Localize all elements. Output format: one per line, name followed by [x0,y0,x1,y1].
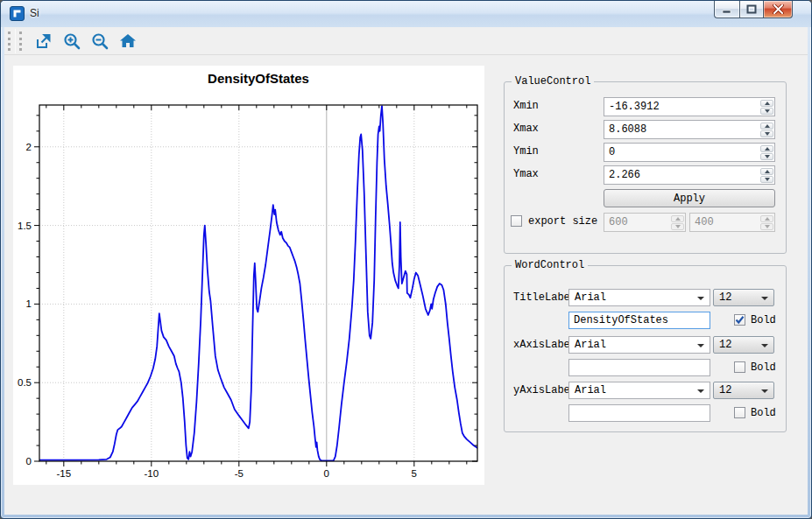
export-width-input[interactable] [604,214,670,231]
xmax-input[interactable] [604,121,759,138]
xmin-input[interactable] [604,98,759,116]
xaxis-font-combobox[interactable]: Arial [568,336,710,354]
plot-canvas[interactable]: -15-10-50500.511.52DensityOfStates [13,66,484,485]
value-control-group: ValueControl Xmin Xmax Ymin Ymax Appl [504,81,787,254]
ymax-input[interactable] [604,166,759,184]
xmax-label: Xmax [513,123,539,135]
svg-text:0: 0 [26,456,32,466]
export-height-spinbox [689,213,775,232]
xaxis-text-input[interactable] [569,360,710,375]
title-text-field [568,312,710,329]
toolbar [4,27,808,55]
title-bold-label: Bold [751,314,776,326]
app-icon [10,6,25,21]
title-text-input[interactable] [569,312,710,328]
yaxis-label: yAxisLabel [513,384,576,396]
home-button[interactable] [117,30,139,53]
export-button[interactable] [32,30,55,53]
xaxis-bold-checkbox[interactable] [734,361,745,373]
export-width-up-arrow[interactable] [671,215,684,222]
export-width-down-arrow[interactable] [671,223,684,230]
yaxis-text-input[interactable] [569,405,710,421]
title-size-combobox[interactable]: 12 [713,289,774,306]
ymax-up-arrow[interactable] [760,168,773,175]
svg-text:0: 0 [324,468,329,479]
apply-button[interactable]: Apply [604,189,775,207]
yaxis-bold-checkbox[interactable] [734,407,745,418]
xmin-spinbox [604,97,775,116]
word-control-group: WordControl TitleLabel Arial 12 Bold xAx… [504,265,787,432]
export-height-input[interactable] [690,214,759,231]
title-label: TitleLabel [513,291,576,304]
app-window: Si [0,0,812,519]
dos-chart[interactable]: -15-10-50500.511.52DensityOfStates [13,66,484,485]
xmax-down-arrow[interactable] [760,130,773,137]
svg-text:5: 5 [412,468,417,479]
ymin-spinbox [604,143,775,162]
xaxis-text-field [568,359,710,376]
export-width-spinbox [604,213,686,232]
yaxis-text-field [568,404,710,422]
ymin-label: Ymin [513,145,539,158]
svg-text:-15: -15 [57,468,72,479]
window-title: Si [30,7,39,19]
toolbar-gripper-2[interactable] [19,32,22,51]
ymax-spinbox [604,165,775,185]
value-control-title: ValueControl [512,75,594,88]
ymin-down-arrow[interactable] [760,153,773,160]
svg-text:-5: -5 [235,468,244,479]
title-font-combobox[interactable]: Arial [568,289,710,306]
svg-text:1: 1 [26,298,32,309]
xaxis-size-combobox[interactable]: 12 [713,336,774,354]
xaxis-label: xAxisLabel [513,339,576,351]
yaxis-size-combobox[interactable]: 12 [713,382,774,399]
minimize-button[interactable] [714,1,739,18]
xmin-up-arrow[interactable] [760,100,773,107]
chevron-down-icon [761,344,768,347]
xmax-spinbox [604,120,775,139]
svg-text:2: 2 [26,142,32,152]
chevron-down-icon [697,297,704,300]
svg-text:1.5: 1.5 [18,221,32,231]
title-bold-checkbox[interactable] [734,314,745,326]
export-size-label: export size [528,215,597,228]
ymin-input[interactable] [604,144,759,161]
chevron-down-icon [697,389,704,393]
xmax-up-arrow[interactable] [760,123,773,130]
toolbar-separator [15,29,16,53]
zoom-out-button[interactable] [88,30,111,53]
svg-text:DensityOfStates: DensityOfStates [208,71,309,86]
ymax-label: Ymax [513,168,539,180]
svg-text:-10: -10 [145,468,159,479]
export-size-checkbox[interactable] [511,215,522,227]
ymax-down-arrow[interactable] [760,176,773,183]
xaxis-bold-label: Bold [751,361,776,374]
toolbar-gripper[interactable] [8,32,11,51]
client-area: -15-10-50500.511.52DensityOfStates Value… [4,27,808,515]
close-button[interactable] [764,1,793,18]
titlebar[interactable]: Si [1,1,811,27]
yaxis-font-combobox[interactable]: Arial [568,382,710,399]
word-control-title: WordControl [512,259,588,271]
chevron-down-icon [761,297,768,300]
chevron-down-icon [761,389,768,393]
ymin-up-arrow[interactable] [760,145,773,152]
export-height-up-arrow[interactable] [760,215,773,222]
zoom-in-button[interactable] [60,30,83,53]
xmin-down-arrow[interactable] [760,108,773,115]
maximize-button[interactable] [739,1,764,18]
chevron-down-icon [697,344,704,347]
window-controls [714,1,793,18]
xmin-label: Xmin [513,100,539,112]
export-height-down-arrow[interactable] [760,223,773,230]
svg-text:0.5: 0.5 [18,377,32,388]
yaxis-bold-label: Bold [751,407,776,419]
